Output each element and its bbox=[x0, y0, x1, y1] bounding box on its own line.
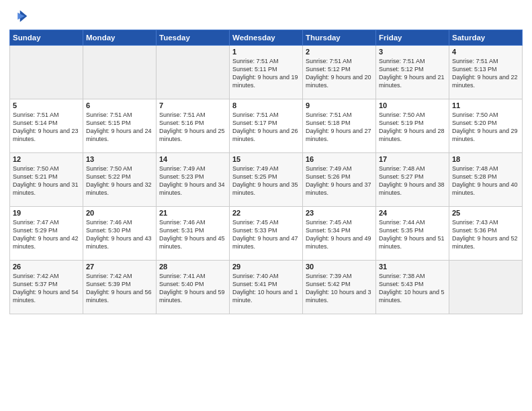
week-row-4: 19Sunrise: 7:47 AMSunset: 5:29 PMDayligh… bbox=[10, 207, 523, 261]
day-number: 25 bbox=[452, 209, 519, 217]
page: SundayMondayTuesdayWednesdayThursdayFrid… bbox=[0, 0, 532, 411]
day-number: 13 bbox=[86, 155, 153, 163]
day-number: 17 bbox=[379, 155, 446, 163]
calendar-cell: 21Sunrise: 7:46 AMSunset: 5:31 PMDayligh… bbox=[157, 207, 230, 261]
day-number: 18 bbox=[452, 155, 519, 163]
cell-content: Sunrise: 7:50 AMSunset: 5:22 PMDaylight:… bbox=[86, 165, 153, 197]
calendar-cell: 17Sunrise: 7:48 AMSunset: 5:27 PMDayligh… bbox=[376, 153, 449, 207]
cell-content: Sunrise: 7:49 AMSunset: 5:25 PMDaylight:… bbox=[232, 165, 300, 197]
calendar-cell: 1Sunrise: 7:51 AMSunset: 5:11 PMDaylight… bbox=[230, 46, 303, 99]
calendar-cell: 4Sunrise: 7:51 AMSunset: 5:13 PMDaylight… bbox=[449, 46, 523, 99]
calendar-cell bbox=[157, 46, 230, 99]
calendar-cell: 27Sunrise: 7:42 AMSunset: 5:39 PMDayligh… bbox=[83, 261, 157, 314]
day-number: 2 bbox=[306, 48, 373, 56]
calendar-cell: 12Sunrise: 7:50 AMSunset: 5:21 PMDayligh… bbox=[10, 153, 83, 207]
calendar-cell: 7Sunrise: 7:51 AMSunset: 5:16 PMDaylight… bbox=[157, 99, 230, 153]
day-number: 8 bbox=[232, 101, 300, 109]
day-number: 29 bbox=[232, 263, 300, 271]
cell-content: Sunrise: 7:44 AMSunset: 5:35 PMDaylight:… bbox=[379, 218, 446, 251]
cell-content: Sunrise: 7:50 AMSunset: 5:19 PMDaylight:… bbox=[379, 111, 446, 144]
cell-content: Sunrise: 7:40 AMSunset: 5:41 PMDaylight:… bbox=[232, 272, 300, 305]
weekday-header-friday: Friday bbox=[376, 30, 449, 46]
cell-content: Sunrise: 7:48 AMSunset: 5:27 PMDaylight:… bbox=[379, 165, 446, 197]
cell-content: Sunrise: 7:41 AMSunset: 5:40 PMDaylight:… bbox=[159, 272, 226, 305]
calendar-cell bbox=[83, 46, 157, 99]
calendar-cell: 28Sunrise: 7:41 AMSunset: 5:40 PMDayligh… bbox=[157, 261, 230, 314]
cell-content: Sunrise: 7:49 AMSunset: 5:23 PMDaylight:… bbox=[159, 165, 226, 197]
day-number: 31 bbox=[379, 263, 446, 271]
day-number: 28 bbox=[159, 263, 226, 271]
calendar-cell: 11Sunrise: 7:50 AMSunset: 5:20 PMDayligh… bbox=[449, 99, 523, 153]
cell-content: Sunrise: 7:51 AMSunset: 5:18 PMDaylight:… bbox=[306, 111, 373, 144]
calendar-cell: 23Sunrise: 7:45 AMSunset: 5:34 PMDayligh… bbox=[303, 207, 376, 261]
day-number: 30 bbox=[306, 263, 373, 271]
calendar-cell: 16Sunrise: 7:49 AMSunset: 5:26 PMDayligh… bbox=[303, 153, 376, 207]
cell-content: Sunrise: 7:46 AMSunset: 5:30 PMDaylight:… bbox=[86, 218, 153, 251]
day-number: 10 bbox=[379, 101, 446, 109]
weekday-header-row: SundayMondayTuesdayWednesdayThursdayFrid… bbox=[10, 30, 523, 46]
cell-content: Sunrise: 7:45 AMSunset: 5:33 PMDaylight:… bbox=[232, 218, 300, 251]
cell-content: Sunrise: 7:47 AMSunset: 5:29 PMDaylight:… bbox=[13, 218, 80, 251]
calendar-cell: 5Sunrise: 7:51 AMSunset: 5:14 PMDaylight… bbox=[10, 99, 83, 153]
day-number: 1 bbox=[232, 48, 300, 56]
calendar-cell: 10Sunrise: 7:50 AMSunset: 5:19 PMDayligh… bbox=[376, 99, 449, 153]
cell-content: Sunrise: 7:51 AMSunset: 5:12 PMDaylight:… bbox=[306, 57, 373, 90]
cell-content: Sunrise: 7:42 AMSunset: 5:37 PMDaylight:… bbox=[13, 272, 80, 305]
cell-content: Sunrise: 7:51 AMSunset: 5:13 PMDaylight:… bbox=[452, 57, 519, 90]
cell-content: Sunrise: 7:46 AMSunset: 5:31 PMDaylight:… bbox=[159, 218, 226, 251]
calendar-cell: 24Sunrise: 7:44 AMSunset: 5:35 PMDayligh… bbox=[376, 207, 449, 261]
day-number: 16 bbox=[306, 155, 373, 163]
calendar-cell: 3Sunrise: 7:51 AMSunset: 5:12 PMDaylight… bbox=[376, 46, 449, 99]
day-number: 9 bbox=[306, 101, 373, 109]
calendar-cell: 15Sunrise: 7:49 AMSunset: 5:25 PMDayligh… bbox=[230, 153, 303, 207]
day-number: 23 bbox=[306, 209, 373, 217]
day-number: 3 bbox=[379, 48, 446, 56]
day-number: 6 bbox=[86, 101, 153, 109]
calendar-cell: 2Sunrise: 7:51 AMSunset: 5:12 PMDaylight… bbox=[303, 46, 376, 99]
day-number: 11 bbox=[452, 101, 519, 109]
day-number: 14 bbox=[159, 155, 226, 163]
week-row-3: 12Sunrise: 7:50 AMSunset: 5:21 PMDayligh… bbox=[10, 153, 523, 207]
calendar-cell: 30Sunrise: 7:39 AMSunset: 5:42 PMDayligh… bbox=[303, 261, 376, 314]
cell-content: Sunrise: 7:50 AMSunset: 5:20 PMDaylight:… bbox=[452, 111, 519, 144]
cell-content: Sunrise: 7:51 AMSunset: 5:12 PMDaylight:… bbox=[379, 57, 446, 90]
day-number: 4 bbox=[452, 48, 519, 56]
calendar: SundayMondayTuesdayWednesdayThursdayFrid… bbox=[9, 30, 523, 314]
day-number: 27 bbox=[86, 263, 153, 271]
cell-content: Sunrise: 7:39 AMSunset: 5:42 PMDaylight:… bbox=[306, 272, 373, 305]
weekday-header-thursday: Thursday bbox=[303, 30, 376, 46]
weekday-header-sunday: Sunday bbox=[10, 30, 83, 46]
cell-content: Sunrise: 7:51 AMSunset: 5:17 PMDaylight:… bbox=[232, 111, 300, 144]
day-number: 24 bbox=[379, 209, 446, 217]
cell-content: Sunrise: 7:51 AMSunset: 5:16 PMDaylight:… bbox=[159, 111, 226, 144]
day-number: 5 bbox=[13, 101, 80, 109]
week-row-5: 26Sunrise: 7:42 AMSunset: 5:37 PMDayligh… bbox=[10, 261, 523, 314]
weekday-header-monday: Monday bbox=[83, 30, 157, 46]
calendar-cell: 9Sunrise: 7:51 AMSunset: 5:18 PMDaylight… bbox=[303, 99, 376, 153]
calendar-cell: 25Sunrise: 7:43 AMSunset: 5:36 PMDayligh… bbox=[449, 207, 523, 261]
logo bbox=[9, 7, 31, 26]
cell-content: Sunrise: 7:51 AMSunset: 5:11 PMDaylight:… bbox=[232, 57, 300, 90]
calendar-cell: 22Sunrise: 7:45 AMSunset: 5:33 PMDayligh… bbox=[230, 207, 303, 261]
calendar-cell: 13Sunrise: 7:50 AMSunset: 5:22 PMDayligh… bbox=[83, 153, 157, 207]
cell-content: Sunrise: 7:50 AMSunset: 5:21 PMDaylight:… bbox=[13, 165, 80, 197]
logo-icon bbox=[9, 7, 28, 26]
cell-content: Sunrise: 7:51 AMSunset: 5:14 PMDaylight:… bbox=[13, 111, 80, 144]
calendar-cell bbox=[449, 261, 523, 314]
calendar-cell bbox=[10, 46, 83, 99]
cell-content: Sunrise: 7:48 AMSunset: 5:28 PMDaylight:… bbox=[452, 165, 519, 197]
weekday-header-wednesday: Wednesday bbox=[230, 30, 303, 46]
day-number: 20 bbox=[86, 209, 153, 217]
header bbox=[9, 7, 523, 26]
calendar-cell: 6Sunrise: 7:51 AMSunset: 5:15 PMDaylight… bbox=[83, 99, 157, 153]
calendar-cell: 26Sunrise: 7:42 AMSunset: 5:37 PMDayligh… bbox=[10, 261, 83, 314]
day-number: 21 bbox=[159, 209, 226, 217]
calendar-cell: 14Sunrise: 7:49 AMSunset: 5:23 PMDayligh… bbox=[157, 153, 230, 207]
day-number: 26 bbox=[13, 263, 80, 271]
cell-content: Sunrise: 7:42 AMSunset: 5:39 PMDaylight:… bbox=[86, 272, 153, 305]
day-number: 12 bbox=[13, 155, 80, 163]
weekday-header-saturday: Saturday bbox=[449, 30, 523, 46]
day-number: 7 bbox=[159, 101, 226, 109]
cell-content: Sunrise: 7:51 AMSunset: 5:15 PMDaylight:… bbox=[86, 111, 153, 144]
cell-content: Sunrise: 7:43 AMSunset: 5:36 PMDaylight:… bbox=[452, 218, 519, 251]
